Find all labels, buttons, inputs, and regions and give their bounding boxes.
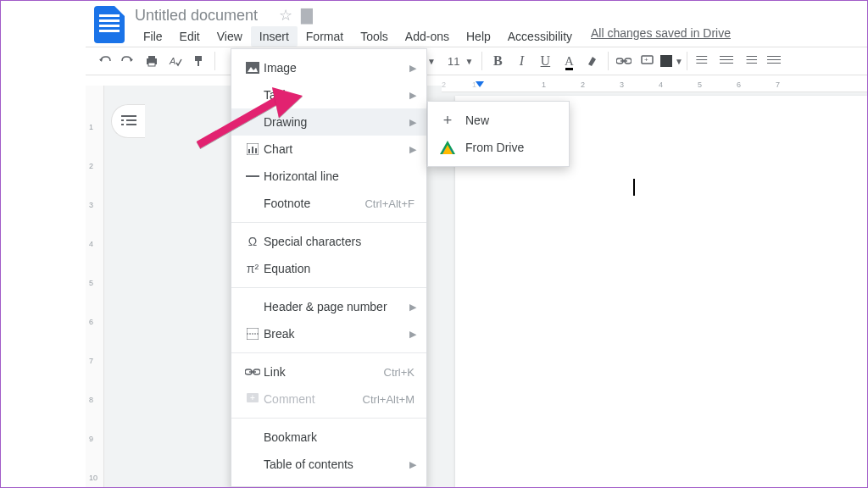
- menu-help[interactable]: Help: [458, 26, 499, 47]
- horizontal-ruler: 2 1 1 2 3 4 5 6 7: [442, 79, 867, 92]
- insert-link[interactable]: LinkCtrl+K: [231, 358, 426, 385]
- insert-equation[interactable]: π²Equation: [231, 255, 426, 282]
- break-icon: [242, 328, 264, 340]
- outline-toggle[interactable]: [111, 104, 145, 138]
- insert-image[interactable]: Image▶: [231, 54, 426, 81]
- svg-rect-1: [148, 56, 155, 58]
- insert-dropdown: Image▶ Table▶ Drawing▶ Chart▶ Horizontal…: [231, 48, 427, 487]
- svg-rect-13: [126, 119, 136, 121]
- underline-button[interactable]: U: [533, 49, 557, 73]
- align-justify-button[interactable]: [762, 49, 786, 73]
- menu-accessibility[interactable]: Accessibility: [499, 26, 581, 47]
- svg-text:+: +: [250, 393, 255, 402]
- insert-link-button[interactable]: [612, 49, 636, 73]
- svg-text:+: +: [644, 56, 648, 64]
- toolbar: A ▼ 11▼ B I U A + ▼: [86, 47, 867, 75]
- drawing-from-drive[interactable]: From Drive: [428, 134, 569, 161]
- move-folder-icon[interactable]: ▇: [301, 6, 313, 25]
- align-center-button[interactable]: [715, 49, 738, 73]
- omega-icon: Ω: [242, 235, 264, 248]
- menu-file[interactable]: File: [135, 26, 171, 47]
- undo-button[interactable]: [92, 49, 116, 73]
- insert-comment: + CommentCtrl+Alt+M: [231, 385, 426, 413]
- insert-toc[interactable]: Table of contents▶: [231, 451, 426, 478]
- svg-rect-20: [252, 147, 253, 153]
- insert-bookmark[interactable]: Bookmark: [231, 424, 426, 451]
- spellcheck-button[interactable]: A: [164, 49, 187, 73]
- save-status[interactable]: All changes saved in Drive: [591, 26, 731, 47]
- text-color-button[interactable]: A: [557, 49, 581, 73]
- align-right-button[interactable]: [738, 49, 762, 73]
- menu-addons[interactable]: Add-ons: [397, 26, 458, 47]
- insert-comment-button[interactable]: +: [636, 49, 659, 73]
- insert-footnote[interactable]: FootnoteCtrl+Alt+F: [231, 190, 426, 217]
- menu-format[interactable]: Format: [298, 26, 352, 47]
- image-icon: [242, 62, 264, 74]
- svg-rect-19: [248, 149, 250, 153]
- plus-icon: +: [440, 112, 455, 130]
- vertical-ruler: 1 2 3 4 5 6 7 8 9 10: [86, 86, 104, 487]
- font-size-input[interactable]: 11▼: [442, 55, 478, 68]
- pi-icon: π²: [242, 262, 264, 275]
- insert-special-chars[interactable]: ΩSpecial characters: [231, 228, 426, 255]
- menu-edit[interactable]: Edit: [171, 26, 209, 47]
- chart-icon: [242, 143, 264, 155]
- docs-logo-icon[interactable]: [94, 6, 125, 43]
- svg-rect-4: [195, 56, 202, 61]
- comment-icon: +: [242, 393, 264, 405]
- text-cursor: [633, 179, 635, 196]
- print-button[interactable]: [140, 49, 164, 73]
- italic-button[interactable]: I: [509, 49, 533, 73]
- menu-tools[interactable]: Tools: [352, 26, 397, 47]
- svg-text:A: A: [169, 56, 175, 66]
- svg-rect-11: [121, 115, 136, 117]
- insert-table[interactable]: Table▶: [231, 81, 426, 108]
- svg-rect-2: [148, 63, 155, 66]
- menu-view[interactable]: View: [209, 26, 251, 47]
- svg-rect-15: [126, 124, 136, 125]
- insert-horizontal-line[interactable]: Horizontal line: [231, 163, 426, 190]
- drive-icon: [440, 141, 455, 154]
- indent-marker-icon[interactable]: [476, 81, 484, 87]
- link-icon: [242, 368, 264, 376]
- align-left-button[interactable]: [691, 49, 715, 73]
- insert-header-page-number[interactable]: Header & page number▶: [231, 293, 426, 320]
- svg-rect-21: [255, 148, 257, 153]
- insert-break[interactable]: Break▶: [231, 320, 426, 347]
- bold-button[interactable]: B: [486, 49, 509, 73]
- insert-image-button[interactable]: ▼: [659, 49, 683, 73]
- star-icon[interactable]: ☆: [279, 6, 292, 25]
- drawing-new[interactable]: + New: [428, 107, 569, 134]
- document-title[interactable]: Untitled document: [135, 7, 270, 25]
- paint-format-button[interactable]: [187, 49, 211, 73]
- menu-insert[interactable]: Insert: [251, 26, 298, 47]
- drawing-submenu: + New From Drive: [427, 101, 570, 167]
- svg-rect-5: [198, 61, 199, 66]
- svg-rect-12: [121, 119, 124, 121]
- highlight-color-button[interactable]: [581, 49, 604, 73]
- redo-button[interactable]: [116, 49, 140, 73]
- insert-drawing[interactable]: Drawing▶: [231, 108, 426, 136]
- menubar: File Edit View Insert Format Tools Add-o…: [135, 26, 731, 47]
- svg-rect-14: [121, 124, 124, 125]
- insert-chart[interactable]: Chart▶: [231, 136, 426, 163]
- hr-icon: [242, 175, 264, 178]
